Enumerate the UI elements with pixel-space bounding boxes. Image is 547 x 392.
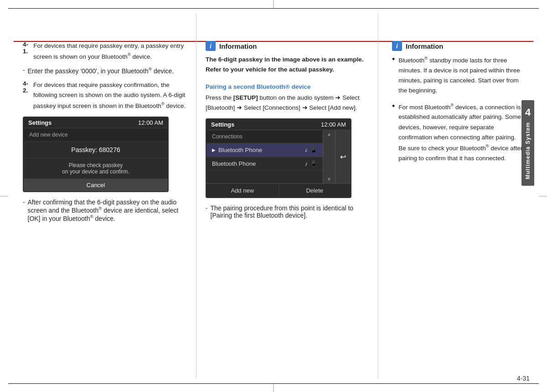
info-title-2: Information xyxy=(406,42,444,50)
info-box-2: i Information • Bluetooth® standby mode … xyxy=(392,41,524,163)
page-border-top xyxy=(8,8,539,9)
info-box-1: i Information The 6-digit passkey in the… xyxy=(206,41,369,75)
bottom-center-mark xyxy=(274,384,274,392)
bullet-text-2: For most Bluetooth® devices, a connectio… xyxy=(398,102,524,164)
screen1-header: Settings 12:00 AM xyxy=(24,117,168,128)
bullet-dot-2: • xyxy=(392,102,395,112)
dash-icon: - xyxy=(23,66,25,75)
screen2-row1: ▶ Bluetooth Phone ♪ 📱 xyxy=(206,143,323,157)
screen2-row1-text: Bluetooth Phone xyxy=(218,147,262,153)
info-title-1: Information xyxy=(219,42,257,50)
right-middle-mark xyxy=(539,196,547,196)
item-4-2-text: For devices that require passkey confirm… xyxy=(33,80,187,111)
info-box-1-header: i Information xyxy=(206,41,369,51)
music-note-icon: ♪ xyxy=(305,147,308,153)
screen2-add-btn[interactable]: Add new xyxy=(206,184,279,197)
connections-row: Connections ▶ Bluetooth Phone ♪ 📱 xyxy=(206,130,351,183)
screen2-footer: Add new Delete xyxy=(206,183,351,197)
dash-icon-3: - xyxy=(206,204,208,219)
info-icon-2: i xyxy=(392,41,402,51)
after-screen-note: - After confirming that the 6-digit pass… xyxy=(23,199,187,222)
info-body-1: The 6-digit passkey in the image above i… xyxy=(206,55,369,75)
screen1-time: 12:00 AM xyxy=(138,119,163,126)
screen2-time: 12:00 AM xyxy=(321,121,346,128)
screen1-cancel-btn[interactable]: Cancel xyxy=(24,179,168,191)
back-button[interactable]: ↩ xyxy=(335,130,351,183)
pairing-header: Pairing a second Bluetooth® device xyxy=(206,83,369,90)
info-icon-1: i xyxy=(206,41,216,51)
bullet-text-1: Bluetooth® standby mode lasts for three … xyxy=(398,55,524,96)
screen1-passkey-row: Passkey: 680276 xyxy=(24,142,168,158)
item-4-1-sub: - Enter the passkey '0000', in your Blue… xyxy=(23,66,187,75)
item-4-1: 4-1. For devices that require passkey en… xyxy=(23,41,187,75)
music-note-icon-2: ♪ xyxy=(305,160,308,167)
screen2-connections-label: Connections xyxy=(206,130,323,143)
play-icon: ▶ xyxy=(212,148,216,153)
screen1-title: Settings xyxy=(28,119,52,126)
item-4-1-sub-text: Enter the passkey '0000', in your Blueto… xyxy=(28,66,174,75)
pairing-note-text: The pairing procedure from this point is… xyxy=(211,204,369,219)
left-middle-mark xyxy=(0,196,8,196)
main-content: 4-1. For devices that require passkey en… xyxy=(14,14,533,378)
screen2-row2-text: Bluetooth Phone xyxy=(212,160,256,167)
screen2-row1-icons: ♪ 📱 xyxy=(305,147,318,153)
left-column: 4-1. For devices that require passkey en… xyxy=(14,14,196,378)
screen2-delete-btn[interactable]: Delete xyxy=(279,184,351,197)
scroll-down-icon[interactable]: ▼ xyxy=(327,176,331,183)
item-4-1-number: 4-1. xyxy=(23,41,30,55)
item-4-2-number: 4-2. xyxy=(23,80,30,94)
screen2-header: Settings 12:00 AM xyxy=(206,119,351,130)
item-4-1-text: For devices that require passkey entry, … xyxy=(33,41,187,62)
screen2-row2-icons: ♪ 📱 xyxy=(305,160,318,167)
pairing-body: Press the [SETUP] button on the audio sy… xyxy=(206,93,369,113)
pairing-note: - The pairing procedure from this point … xyxy=(206,204,369,219)
screen2-empty-row xyxy=(206,171,323,183)
screen1-addnew-row: Add new device xyxy=(24,128,168,142)
screen1-message-text: Please check passkey on your device and … xyxy=(62,162,129,175)
top-center-mark xyxy=(274,0,274,8)
scroll-arrows: ▲ ▼ xyxy=(323,130,335,183)
screen1-message-row: Please check passkey on your device and … xyxy=(24,158,168,179)
bullet-dot-1: • xyxy=(392,55,395,65)
screen1-addnew-label: Add new device xyxy=(29,132,68,138)
right-column: i Information • Bluetooth® standby mode … xyxy=(378,14,533,378)
phone-icon: 📱 xyxy=(310,147,317,153)
screen2-row2: Bluetooth Phone ♪ 📱 xyxy=(206,157,323,171)
scroll-up-icon[interactable]: ▲ xyxy=(327,131,331,137)
dash-icon-2: - xyxy=(23,199,25,222)
phone-icon-2: 📱 xyxy=(310,160,317,167)
info-bullet-list: • Bluetooth® standby mode lasts for thre… xyxy=(392,55,524,163)
screen1-passkey-text: Passkey: 680276 xyxy=(71,146,120,153)
screen-mockup-1: Settings 12:00 AM Add new device Passkey… xyxy=(23,117,169,192)
bullet-item-2: • For most Bluetooth® devices, a connect… xyxy=(392,102,524,164)
screen2-title: Settings xyxy=(211,121,234,128)
screen-mockup-2: Settings 12:00 AM Connections ▶ Bluetoot… xyxy=(206,118,351,198)
screen2-body: Connections ▶ Bluetooth Phone ♪ 📱 xyxy=(206,130,351,197)
middle-column: i Information The 6-digit passkey in the… xyxy=(196,14,378,378)
connections-list: Connections ▶ Bluetooth Phone ♪ 📱 xyxy=(206,130,323,183)
bullet-item-1: • Bluetooth® standby mode lasts for thre… xyxy=(392,55,524,96)
after-screen-text: After confirming that the 6-digit passke… xyxy=(28,199,187,222)
info-box-2-header: i Information xyxy=(392,41,524,51)
screen1-body: Add new device Passkey: 680276 Please ch… xyxy=(24,128,168,191)
item-4-2: 4-2. For devices that require passkey co… xyxy=(23,80,187,111)
